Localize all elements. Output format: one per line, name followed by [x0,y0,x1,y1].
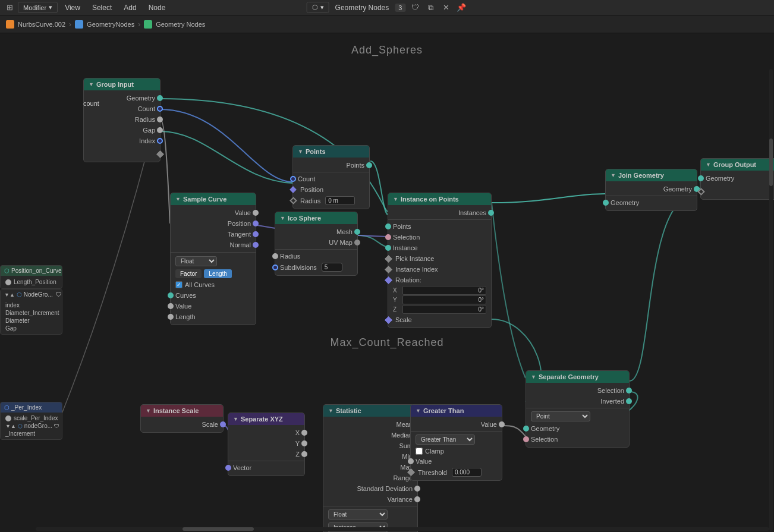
sc-valuein-socket[interactable] [168,303,174,309]
as-type-dropdown[interactable]: Float [328,509,388,520]
jg-geo-in-socket[interactable] [603,200,609,206]
sc-curves-socket[interactable] [168,292,174,298]
gt-valuein-socket[interactable] [408,458,414,464]
node-menu[interactable]: Node [144,2,171,13]
sg-inverted-socket[interactable] [626,398,632,404]
iop-points-socket[interactable] [385,223,391,229]
sg-geo-in-socket[interactable] [523,426,529,432]
editor-type-selector[interactable]: ⬡ ▾ [307,2,329,13]
iop-scale-socket[interactable] [385,316,392,324]
select-menu[interactable]: Select [87,2,117,13]
sg-domain-dropdown[interactable]: Point [531,411,590,421]
gt-threshold-input[interactable] [452,468,482,477]
node-group-input-header[interactable]: ▼ Group Input [84,78,160,90]
view-menu[interactable]: View [60,2,85,13]
breadcrumb-item-1[interactable]: GeometryNodes [87,21,134,28]
ico-subdiv-input[interactable] [322,263,342,272]
node-group-input-title: Group Input [96,81,134,88]
gi-count-socket[interactable] [157,106,163,112]
as-variance-socket[interactable] [414,496,420,502]
points-out-socket[interactable] [366,162,372,168]
sc-length-socket[interactable] [168,314,174,320]
add-menu[interactable]: Add [119,2,141,13]
as-stddev-socket[interactable] [414,486,420,492]
pin-icon[interactable]: 📌 [455,2,467,14]
sc-tangent-socket[interactable] [253,231,259,237]
iop-selection-socket[interactable] [385,234,391,240]
node-instance-scale-header[interactable]: ▼ Instance Scale [141,405,223,417]
rot-y-input[interactable] [402,295,486,304]
node-points-header[interactable]: ▼ Points [293,146,369,158]
as-mean-label: Mean [328,421,413,428]
sc-all-curves-check[interactable]: ✓ [175,281,183,288]
points-count-socket[interactable] [290,176,296,182]
sxyz-x-socket[interactable] [301,430,307,436]
gi-extra-socket[interactable] [156,150,164,158]
pi-header[interactable]: ⬡ _Per_Index [1,402,62,413]
iop-instances-socket[interactable] [488,210,494,216]
sc-normal-socket[interactable] [253,242,259,248]
node-instance-on-points-header[interactable]: ▼ Instance on Points [388,193,491,205]
ico-uvmap-socket[interactable] [354,240,360,245]
iop-rotation-socket[interactable] [385,276,392,284]
gi-index-socket[interactable] [157,138,163,144]
gt-value-out-socket[interactable] [499,421,505,427]
rot-y-label: Y [393,297,400,303]
sc-value-socket[interactable] [253,210,259,216]
sg-selection-socket[interactable] [626,388,632,394]
close-icon[interactable]: ✕ [440,2,452,14]
ico-subdiv-socket[interactable] [272,265,278,270]
is-scale-socket[interactable] [220,421,226,427]
points-radius-socket[interactable] [290,197,297,204]
iop-index-socket[interactable] [385,266,392,273]
iop-instance-socket[interactable] [385,245,391,251]
sc-type-dropdown[interactable]: Float [175,256,217,266]
go-geo-socket[interactable] [698,175,704,181]
sxyz-z-socket[interactable] [301,451,307,457]
points-radius-input[interactable] [325,196,355,205]
sxyz-y-socket[interactable] [301,440,307,446]
gi-geometry-socket[interactable] [157,95,163,101]
sc-position-socket[interactable] [253,221,259,226]
iop-pick-socket[interactable] [385,255,392,263]
breadcrumb-item-2[interactable]: Geometry Nodes [156,21,205,28]
node-greater-than-header[interactable]: ▼ Greater Than [411,405,502,417]
node-separate-geometry-header[interactable]: ▼ Separate Geometry [526,371,629,383]
badge: 3 [395,4,405,12]
gi-radius-socket[interactable] [157,117,163,122]
gi-gap-socket[interactable] [157,127,163,133]
poc-header[interactable]: ⬡ Position_on_Curve [1,266,62,276]
node-group-output-header[interactable]: ▼ Group Output [701,159,774,171]
node-ico-sphere-header[interactable]: ▼ Ico Sphere [275,212,357,224]
node-separate-xyz-header[interactable]: ▼ Separate XYZ [228,413,304,425]
shield-icon[interactable]: 🛡 [409,2,421,14]
gi-gap-label: Gap [89,127,155,134]
modifier-dropdown[interactable]: Modifier ▾ [18,2,58,13]
scrollbar-thumb-right[interactable] [769,138,773,186]
ng-header[interactable]: ▼▲ ⬡ NodeGro... 🛡 [1,289,62,300]
node-join-geometry-header[interactable]: ▼ Join Geometry [606,169,697,181]
pi-scale-socket[interactable] [5,415,11,421]
sg-sel-in-socket[interactable] [523,436,529,442]
rot-z-input[interactable] [402,305,486,314]
editor-icon[interactable]: ⊞ [4,2,15,14]
rot-x-input[interactable] [402,286,486,295]
points-position-socket[interactable] [290,186,296,193]
node-separate-geometry: ▼ Separate Geometry Selection Inverted P… [526,370,630,448]
ico-radius-socket[interactable] [272,253,278,259]
gt-clamp-check[interactable] [416,448,423,455]
sc-length-btn[interactable]: Length [204,269,232,278]
ico-mesh-socket[interactable] [354,229,360,235]
sxyz-vector-socket[interactable] [225,465,231,471]
node-sample-curve-header[interactable]: ▼ Sample Curve [171,193,256,205]
copy-icon[interactable]: ⧉ [424,2,436,14]
node-attribute-statistic-header[interactable]: ▼ Statistic [323,405,417,417]
sc-factor-btn[interactable]: Factor [175,269,202,278]
scrollbar-bottom[interactable] [36,527,769,531]
poc-length-socket[interactable] [5,279,11,285]
breadcrumb-item-0[interactable]: NurbsCurve.002 [18,21,65,28]
gt-op-dropdown[interactable]: Greater Than [416,435,475,445]
scrollbar-right[interactable] [769,69,773,531]
breadcrumb: NurbsCurve.002 › GeometryNodes › Geometr… [0,15,774,33]
scrollbar-thumb-bottom[interactable] [183,527,254,531]
